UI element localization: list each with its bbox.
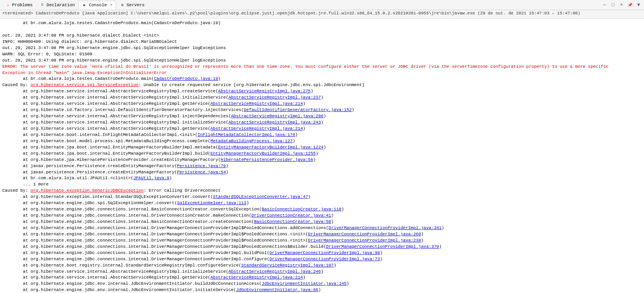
- stack-trace-link-21[interactable]: EntityManagerFactoryBuilderImpl.java:125…: [211, 151, 316, 156]
- tab-servers-label: Servers: [126, 3, 144, 7]
- console-line-13: at org.hibernate.service.internal.Abstra…: [2, 101, 642, 107]
- stack-trace-link-20[interactable]: EntityManagerFactoryBuilderImpl.java:122…: [218, 145, 324, 150]
- stack-trace-link-23[interactable]: Persistence.java:79: [177, 164, 226, 168]
- console-line-16: at org.hibernate.service.internal.Abstra…: [2, 120, 642, 126]
- stack-trace-link-24[interactable]: Persistence.java:54: [177, 170, 226, 175]
- pin-button[interactable]: 📌: [626, 1, 634, 9]
- caused-by-link-10[interactable]: org.hibernate.service.spi.ServiceExcepti…: [31, 83, 139, 87]
- console-line-9: at br.com.alura.loja.testes.CadastroDePr…: [2, 76, 642, 82]
- console-line-26: ... 1 more: [2, 182, 642, 188]
- stack-trace-link-30[interactable]: BasicConnectionCreator.java:118: [262, 207, 342, 212]
- stack-trace-link-25[interactable]: JPAUtil.java:9: [133, 176, 169, 180]
- console-line-35: at org.hibernate.engine.jdbc.connections…: [2, 238, 642, 244]
- stack-trace-link-11[interactable]: AbstractServiceRegistryImpl.java:275: [218, 89, 311, 94]
- console-line-32: at org.hibernate.engine.jdbc.connections…: [2, 219, 642, 225]
- declaration-icon: D: [40, 2, 45, 8]
- console-line-38: at org.hibernate.engine.jdbc.connections…: [2, 256, 642, 263]
- console-line-12: at org.hibernate.service.internal.Abstra…: [2, 95, 642, 101]
- console-line-4: out. 29, 2021 3:47:08 PM org.hibernate.e…: [2, 45, 642, 51]
- stack-trace-link-36[interactable]: DriverManagerConnectionProviderImpl.java…: [326, 244, 439, 249]
- stack-trace-link-33[interactable]: DriverManagerConnectionProviderImpl.java…: [328, 226, 441, 230]
- problems-icon: ⚠: [5, 2, 11, 8]
- console-line-18: at org.hibernate.boot.internal.InFlightM…: [2, 132, 642, 138]
- console-line-15: at org.hibernate.service.internal.Abstra…: [2, 113, 642, 120]
- stack-trace-link-35[interactable]: DriverManagerConnectionProviderImpl.java…: [308, 238, 421, 243]
- stack-trace-link-43[interactable]: JdbcEnvironmentInitiator.java:66: [236, 288, 318, 292]
- status-bar: <terminated> CadastroDeProduto [Java App…: [0, 10, 644, 19]
- tab-bar: ⚠ Problems D Declaration ▶ Console × ⚙ S…: [0, 0, 644, 10]
- tab-problems-label: Problems: [12, 3, 33, 7]
- console-line-21: at org.hibernate.jpa.boot.internal.Entit…: [2, 151, 642, 157]
- tab-declaration[interactable]: D Declaration: [36, 1, 79, 9]
- console-line-1: [2, 26, 642, 33]
- console-line-17: at org.hibernate.service.internal.Abstra…: [2, 126, 642, 132]
- console-line-5: WARN: SQL Error: 0, SQLState: 01S00: [2, 51, 642, 58]
- stack-trace-link-14[interactable]: DefaultIdentifierGeneratorFactory.java:1…: [244, 108, 352, 112]
- stack-trace-link-9[interactable]: CadastroDeProduto.java:19: [154, 76, 218, 81]
- console-area[interactable]: at br.com.alura.loja.testes.CadastroDePr…: [0, 19, 644, 293]
- console-line-10: Caused by: org.hibernate.service.spi.Ser…: [2, 82, 642, 88]
- stack-trace-link-40[interactable]: AbstractServiceRegistryImpl.java:246: [228, 269, 321, 274]
- stack-trace-link-12[interactable]: AbstractServiceRegistryImpl.java:237: [228, 95, 321, 100]
- console-icon: ▶: [82, 2, 87, 8]
- tab-servers[interactable]: ⚙ Servers: [116, 1, 148, 9]
- close-view-button[interactable]: ×: [618, 1, 625, 9]
- tab-declaration-label: Declaration: [47, 3, 75, 7]
- stack-trace-link-34[interactable]: DriverManagerConnectionProviderImpl.java…: [308, 232, 421, 237]
- console-line-37: at org.hibernate.engine.jdbc.connections…: [2, 250, 642, 256]
- stack-trace-link-32[interactable]: BasicConnectionCreator.java:58: [254, 219, 331, 224]
- console-line-23: at javax.persistence.Persistence.createE…: [2, 163, 642, 169]
- stack-trace-link-29[interactable]: SqlExceptionHelper.java:113: [177, 201, 246, 205]
- console-line-8: Exception in thread "main" java.lang.Exc…: [2, 70, 642, 76]
- tab-problems[interactable]: ⚠ Problems: [2, 1, 36, 9]
- view-menu-button[interactable]: ▼: [635, 1, 642, 9]
- caused-by-link-27[interactable]: org.hibernate.exception.GenericJDBCExcep…: [31, 188, 144, 193]
- stack-trace-link-13[interactable]: AbstractServiceRegistryImpl.java:214: [211, 101, 303, 106]
- stack-trace-link-17[interactable]: AbstractServiceRegistryImpl.java:214: [211, 126, 303, 131]
- tab-console[interactable]: ▶ Console ×: [78, 1, 116, 9]
- stack-trace-link-38[interactable]: DriverManagerConnectionProviderImpl.java…: [270, 257, 380, 261]
- stack-trace-link-28[interactable]: StandardSQLExceptionConverter.java:47: [213, 194, 308, 199]
- console-line-3: INFO: HHH000400: Using dialect: org.hibe…: [2, 39, 642, 45]
- console-line-20: at org.hibernate.jpa.boot.internal.Entit…: [2, 145, 642, 151]
- console-line-0: at br.com.alura.loja.testes.CadastroDePr…: [2, 20, 642, 26]
- console-line-24: at javax.persistence.Persistence.createE…: [2, 169, 642, 176]
- console-line-41: at org.hibernate.service.internal.Abstra…: [2, 275, 642, 281]
- console-line-40: at org.hibernate.service.internal.Abstra…: [2, 269, 642, 275]
- console-line-22: at org.hibernate.jpa.HibernatePersistenc…: [2, 157, 642, 163]
- stack-trace-link-41[interactable]: AbstractServiceRegistryImpl.java:214: [211, 275, 303, 280]
- console-line-14: at org.hibernate.id.factory.internal.Def…: [2, 107, 642, 113]
- console-line-27: Caused by: org.hibernate.exception.Gener…: [2, 188, 642, 194]
- toolbar-right: ─ □ × 📌 ▼: [600, 1, 642, 9]
- stack-trace-link-39[interactable]: StandardServiceRegistryImpl.java:107: [241, 263, 334, 268]
- stack-trace-link-15[interactable]: AbstractServiceRegistryImpl.java:286: [231, 114, 324, 118]
- stack-trace-link-31[interactable]: DriverConnectionCreator.java:41: [251, 213, 331, 218]
- console-line-30: at org.hibernate.engine.jdbc.connections…: [2, 207, 642, 213]
- console-line-11: at org.hibernate.service.internal.Abstra…: [2, 88, 642, 95]
- console-line-19: at org.hibernate.boot.model.process.spi.…: [2, 138, 642, 145]
- console-line-28: at org.hibernate.exception.internal.Stan…: [2, 194, 642, 200]
- stack-trace-link-16[interactable]: AbstractServiceRegistryImpl.java:243: [228, 120, 321, 125]
- stack-trace-link-18[interactable]: InFlightMetadataCollectorImpl.java:176: [198, 132, 295, 137]
- minimize-button[interactable]: ─: [600, 1, 608, 9]
- console-line-33: at org.hibernate.engine.jdbc.connections…: [2, 225, 642, 231]
- stack-trace-link-37[interactable]: DriverManagerConnectionProviderImpl.java…: [270, 251, 380, 255]
- console-line-43: at org.hibernate.engine.jdbc.env.interna…: [2, 287, 642, 293]
- console-line-31: at org.hibernate.engine.jdbc.connections…: [2, 213, 642, 219]
- console-line-2: out. 29, 2021 3:47:08 PM org.hibernate.d…: [2, 33, 642, 39]
- console-line-42: at org.hibernate.engine.jdbc.env.interna…: [2, 281, 642, 287]
- stack-trace-link-42[interactable]: JdbcEnvironmentInitiator.java:145: [262, 281, 347, 286]
- console-line-34: at org.hibernate.engine.jdbc.connections…: [2, 231, 642, 238]
- console-line-36: at org.hibernate.engine.jdbc.connections…: [2, 244, 642, 250]
- console-line-29: at org.hibernate.engine.jdbc.spi.SqlExce…: [2, 200, 642, 207]
- console-line-39: at org.hibernate.boot.registry.internal.…: [2, 263, 642, 269]
- tab-console-label: Console: [89, 3, 107, 7]
- maximize-button[interactable]: □: [609, 1, 617, 9]
- console-line-6: out. 29, 2021 3:47:08 PM org.hibernate.e…: [2, 58, 642, 64]
- stack-trace-link-22[interactable]: HibernatePersistenceProvider.java:56: [221, 157, 313, 162]
- console-line-7: ERROR: The server time zone value 'Hora …: [2, 64, 642, 70]
- stack-trace-link-19[interactable]: MetadataBuildingProcess.java:127: [211, 139, 293, 143]
- console-close-icon[interactable]: ×: [110, 3, 113, 7]
- servers-icon: ⚙: [119, 2, 125, 8]
- console-line-25: at br.com.alura.loja.util.JPAUtil.<clini…: [2, 175, 642, 182]
